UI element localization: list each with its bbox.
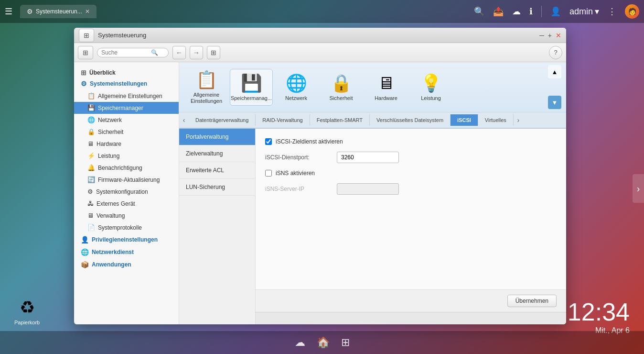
hardware-grid-icon: 🖥 xyxy=(377,73,395,93)
recycle-label: Papierkorb xyxy=(14,320,40,325)
sidebar-item-firmware[interactable]: 🔄 Firmware-Aktualisierung xyxy=(74,174,179,186)
user-icon[interactable]: 👤 xyxy=(550,6,561,17)
sidebar-anwendungen[interactable]: 📦 Anwendungen xyxy=(74,258,179,271)
bottom-grid-icon[interactable]: ⊞ xyxy=(341,336,350,349)
sidebar-overview[interactable]: ⊞ Überblick xyxy=(74,66,179,77)
tab-festplatten-smart[interactable]: Festplatten-SMART xyxy=(310,114,370,126)
apply-button[interactable]: Übernehmen xyxy=(507,295,557,307)
anwendungen-icon: 📦 xyxy=(81,261,89,268)
sidebar-item-leistung[interactable]: ⚡ Leistung xyxy=(74,150,179,162)
sidebar-system-settings[interactable]: ⚙ Systemeinstellungen xyxy=(74,77,179,90)
taskbar-top: ☰ ⚙ Systemsteuerun... ✕ 🔍 📤 ☁ ℹ 👤 admin … xyxy=(0,0,644,23)
allgemeine-grid-label: Allgemeine Einstellungen xyxy=(187,92,226,104)
benachrichtigung-icon: 🔔 xyxy=(87,164,95,171)
minimize-button[interactable]: ─ xyxy=(539,32,544,39)
side-arrow-right[interactable]: › xyxy=(633,174,644,203)
sicherheit-grid-icon: 🔒 xyxy=(331,73,352,93)
icon-leistung[interactable]: 💡 Leistung xyxy=(409,69,452,105)
submenu-erweiterte-acl[interactable]: Erweiterte ACL xyxy=(179,162,255,179)
bottom-home-icon[interactable]: 🏠 xyxy=(317,336,330,349)
isns-row: iSNS aktivieren xyxy=(265,170,557,177)
info-icon[interactable]: ℹ xyxy=(529,6,533,17)
tab-iscsi[interactable]: iSCSI xyxy=(451,114,478,126)
sidebar: ⊞ Überblick ⚙ Systemeinstellungen 📋 Allg… xyxy=(74,62,179,324)
app-tab[interactable]: ⚙ Systemsteuerun... ✕ xyxy=(20,5,97,18)
window-titlebar: ⊞ Systemsteuerung ─ + ✕ xyxy=(74,28,566,43)
isns-checkbox[interactable] xyxy=(265,170,272,177)
admin-label[interactable]: admin ▾ xyxy=(569,6,599,17)
sidebar-item-speicher[interactable]: 💾 Speichermanager xyxy=(74,102,179,114)
isns-server-label: iSNS-Server-IP xyxy=(265,186,332,192)
recycle-bin[interactable]: ♻ Papierkorb xyxy=(14,298,40,325)
close-button[interactable]: ✕ xyxy=(556,32,561,39)
sidebar-item-systemprotokolle[interactable]: 📄 Systemprotokolle xyxy=(74,221,179,233)
netzwerk-grid-label: Netzwerk xyxy=(285,95,307,101)
more-icon[interactable]: ⋮ xyxy=(608,6,616,17)
sidebar-item-externes[interactable]: 🖧 Externes Gerät xyxy=(74,198,179,210)
view-grid-button[interactable]: ⊞ xyxy=(78,46,93,59)
iscsi-port-label: iSCSI-Dienstport: xyxy=(265,154,332,161)
search-submit-icon[interactable]: 🔍 xyxy=(151,49,158,56)
icon-hardware[interactable]: 🖥 Hardware xyxy=(365,69,408,105)
sidebar-item-netzwerk[interactable]: 🌐 Netzwerk xyxy=(74,114,179,126)
tab-virtuelles[interactable]: Virtuelles xyxy=(478,114,514,126)
isns-server-input[interactable] xyxy=(337,183,399,195)
systemkonfig-icon: ⚙ xyxy=(87,188,93,195)
window-toolbar: ⊞ 🔍 ← → ⊞ ? xyxy=(74,43,566,62)
scroll-down-button[interactable]: ▼ xyxy=(548,96,561,109)
scroll-up-button[interactable]: ▲ xyxy=(548,65,561,78)
cloud-icon[interactable]: ☁ xyxy=(512,6,521,17)
sidebar-item-allgemeine[interactable]: 📋 Allgemeine Einstellungen xyxy=(74,90,179,102)
panel-body: Portalverwaltung Zielverwaltung Erweiter… xyxy=(179,129,566,324)
sidebar-netzwerkdienst[interactable]: 🌐 Netzwerkdienst xyxy=(74,246,179,258)
overview-icon: ⊞ xyxy=(81,69,86,77)
sidebar-item-systemkonfiguration[interactable]: ⚙ Systemkonfiguration xyxy=(74,186,179,198)
tab-scroll-left[interactable]: ‹ xyxy=(179,112,189,128)
window-grid-icon: ⊞ xyxy=(79,29,94,42)
taskbar-right: 🔍 📤 ☁ ℹ 👤 admin ▾ ⋮ 🧑 xyxy=(474,4,639,19)
icon-netzwerk[interactable]: 🌐 Netzwerk xyxy=(275,69,318,105)
netzwerkdienst-icon: 🌐 xyxy=(81,248,89,256)
avatar[interactable]: 🧑 xyxy=(625,4,639,19)
submenu-lun-sicherung[interactable]: LUN-Sicherung xyxy=(179,179,255,196)
action-bar: Übernehmen xyxy=(256,289,566,312)
info-bar xyxy=(256,312,566,324)
back-button[interactable]: ← xyxy=(172,46,186,59)
icon-speicher[interactable]: 💾 Speichermanag... xyxy=(230,69,273,106)
icon-allgemeine[interactable]: 📋 Allgemeine Einstellungen xyxy=(185,66,228,108)
bottom-cloud-icon[interactable]: ☁ xyxy=(295,336,305,349)
submenu-portalverwaltung[interactable]: Portalverwaltung xyxy=(179,129,255,145)
tab-scroll-right[interactable]: › xyxy=(514,112,523,128)
sidebar-item-benachrichtigung[interactable]: 🔔 Benachrichtigung xyxy=(74,162,179,174)
upload-icon[interactable]: 📤 xyxy=(493,6,504,17)
submenu-zielverwaltung[interactable]: Zielverwaltung xyxy=(179,145,255,162)
sidebar-item-hardware[interactable]: 🖥 Hardware xyxy=(74,138,179,150)
help-button[interactable]: ? xyxy=(549,46,562,59)
window-title: Systemsteuerung xyxy=(98,32,536,39)
hamburger-icon[interactable]: ☰ xyxy=(5,6,12,17)
icon-grid: ▲ 📋 Allgemeine Einstellungen 💾 Speicherm… xyxy=(179,62,566,112)
tabs-bar: ‹ Datenträgerverwaltung RAID-Verwaltung … xyxy=(179,112,566,129)
leistung-grid-label: Leistung xyxy=(421,95,441,101)
view-mode-button[interactable]: ⊞ xyxy=(207,46,220,59)
bottom-bar: ☁ 🏠 ⊞ xyxy=(0,331,644,354)
tab-verschlusseltes[interactable]: Verschlüsseltes Dateisystem xyxy=(370,114,451,126)
allgemeine-icon: 📋 xyxy=(87,92,95,100)
speicher-grid-label: Speichermanag... xyxy=(231,95,272,101)
forward-button[interactable]: → xyxy=(190,46,203,59)
tab-app-icon: ⚙ xyxy=(27,8,33,15)
tab-close-icon[interactable]: ✕ xyxy=(85,8,90,15)
tab-datentragerverwaltung[interactable]: Datenträgerverwaltung xyxy=(189,114,256,126)
icon-sicherheit[interactable]: 🔒 Sicherheit xyxy=(320,69,363,105)
iscsi-service-checkbox[interactable] xyxy=(265,138,272,145)
iscsi-port-input[interactable] xyxy=(337,152,399,163)
sidebar-item-verwaltung[interactable]: 🖥 Verwaltung xyxy=(74,210,179,221)
search-icon[interactable]: 🔍 xyxy=(474,6,484,17)
tab-raid-verwaltung[interactable]: RAID-Verwaltung xyxy=(256,114,310,126)
sidebar-privilegien[interactable]: 👤 Privilegieneinstellungen xyxy=(74,233,179,246)
hardware-grid-label: Hardware xyxy=(375,95,397,101)
maximize-button[interactable]: + xyxy=(548,32,552,39)
sidebar-item-sicherheit[interactable]: 🔒 Sicherheit xyxy=(74,126,179,138)
search-input[interactable] xyxy=(101,49,149,56)
speicher-grid-icon: 💾 xyxy=(241,73,262,93)
